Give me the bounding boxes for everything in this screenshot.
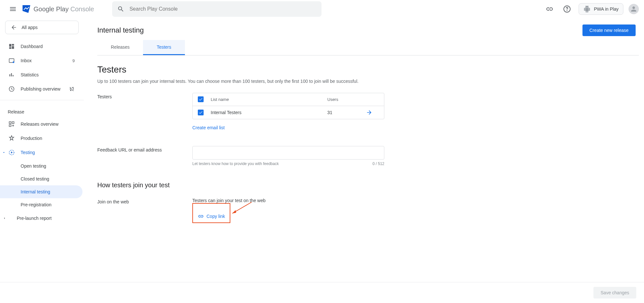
sync-disabled-icon: [69, 86, 75, 92]
feedback-row: Feedback URL or email address Let tester…: [97, 146, 639, 166]
nav-publishing-overview[interactable]: Publishing overview: [0, 82, 82, 96]
tab-testers[interactable]: Testers: [143, 40, 185, 55]
nav-closed-testing[interactable]: Closed testing: [0, 172, 82, 185]
nav-pre-launch-report[interactable]: Pre-launch report: [0, 211, 82, 225]
inbox-icon: [8, 57, 15, 64]
svg-point-4: [13, 62, 14, 63]
nav-open-testing[interactable]: Open testing: [0, 160, 82, 172]
col-check-header[interactable]: [198, 96, 211, 103]
nav-label: Pre-registration: [21, 202, 52, 207]
nav-internal-testing[interactable]: Internal testing: [0, 185, 82, 198]
arrow-right-icon: [366, 109, 372, 116]
brand[interactable]: Google Play Console: [22, 5, 94, 14]
header-actions: PWA in Play: [543, 3, 639, 15]
nav-testing[interactable]: Testing: [0, 145, 82, 160]
sidebar: All apps Dashboard Inbox 9 Statistics Pu…: [0, 18, 84, 249]
testers-row: Testers List name Users: [97, 93, 639, 131]
brand-text: Google Play Console: [34, 5, 94, 13]
app-header: Google Play Console PWA in Play: [0, 0, 644, 18]
search-icon: [117, 5, 124, 13]
nav-production[interactable]: Production: [0, 131, 82, 145]
main-content: Internal testing Create new release Rele…: [84, 18, 644, 249]
nav-label: Statistics: [21, 72, 39, 77]
nav-releases-overview[interactable]: Releases overview: [0, 117, 82, 131]
feedback-counter: 0 / 512: [372, 161, 384, 166]
android-icon: [583, 5, 591, 13]
table-row[interactable]: Internal Testers 31: [193, 106, 384, 119]
svg-marker-12: [232, 210, 236, 213]
create-release-button[interactable]: Create new release: [582, 24, 636, 36]
field-helper: Let testers know how to provide you with…: [192, 161, 384, 166]
create-email-list-link[interactable]: Create email list: [192, 125, 225, 130]
row-users: 31: [327, 110, 366, 115]
svg-point-2: [567, 11, 567, 11]
testers-title: Testers: [97, 64, 639, 75]
feedback-label: Feedback URL or email address: [97, 146, 192, 152]
row-checkbox[interactable]: [198, 110, 211, 116]
person-icon: [630, 5, 638, 13]
caret-right-icon: [3, 214, 6, 222]
join-row: Join on the web Testers can join your te…: [97, 198, 639, 223]
play-logo-icon: [22, 5, 31, 14]
feedback-input[interactable]: [192, 146, 384, 160]
section-release: Release: [0, 104, 84, 117]
arrow-left-icon: [11, 24, 17, 31]
nav-statistics[interactable]: Statistics: [0, 68, 82, 82]
copy-link-button[interactable]: Copy link: [193, 210, 230, 222]
feedback-helper-text: Let testers know how to provide you with…: [192, 161, 279, 166]
link-button[interactable]: [543, 3, 555, 15]
svg-rect-6: [9, 122, 11, 124]
checkbox-icon: [198, 110, 204, 115]
search-container[interactable]: [112, 1, 322, 17]
svg-rect-8: [9, 125, 11, 127]
testers-desc: Up to 100 testers can join your internal…: [97, 79, 639, 84]
row-arrow[interactable]: [366, 109, 379, 116]
app-selector[interactable]: PWA in Play: [579, 3, 623, 15]
nav-label: Publishing overview: [21, 86, 61, 92]
nav-label: Testing: [21, 150, 35, 155]
join-label: Join on the web: [97, 198, 192, 204]
search-input[interactable]: [130, 6, 316, 12]
page-header: Internal testing Create new release: [97, 18, 639, 40]
link-icon: [197, 213, 203, 219]
hamburger-icon: [9, 5, 17, 13]
help-button[interactable]: [561, 3, 573, 15]
nav-inbox[interactable]: Inbox 9: [0, 54, 82, 68]
copy-link-label: Copy link: [207, 214, 225, 219]
user-avatar[interactable]: [629, 4, 639, 14]
page-title: Internal testing: [97, 26, 144, 34]
nav-pre-registration[interactable]: Pre-registration: [0, 198, 82, 211]
checkbox-icon: [198, 96, 204, 102]
nav-label: Dashboard: [21, 44, 43, 49]
statistics-icon: [8, 71, 15, 79]
testing-icon: [8, 149, 15, 156]
tab-releases[interactable]: Releases: [97, 40, 143, 55]
highlight-annotation: Copy link: [192, 203, 230, 223]
nav-label: Closed testing: [21, 176, 49, 181]
menu-button[interactable]: [5, 1, 21, 17]
help-icon: [563, 5, 571, 13]
testers-label: Testers: [97, 93, 192, 99]
caret-down-icon: [2, 151, 6, 154]
col-users-header: Users: [327, 97, 366, 102]
row-name: Internal Testers: [211, 110, 327, 115]
link-icon: [545, 5, 553, 13]
production-icon: [8, 134, 15, 142]
inbox-count: 9: [72, 58, 75, 63]
join-title: How testers join your test: [97, 181, 639, 189]
all-apps-button[interactable]: All apps: [5, 21, 79, 34]
svg-marker-0: [23, 5, 30, 13]
nav-label: Pre-launch report: [17, 216, 52, 221]
nav-dashboard[interactable]: Dashboard: [0, 39, 82, 54]
app-selector-label: PWA in Play: [594, 6, 619, 12]
nav-label: Open testing: [21, 163, 46, 169]
dashboard-icon: [8, 43, 15, 50]
svg-marker-10: [11, 152, 13, 154]
tabs: Releases Testers: [97, 40, 639, 55]
publishing-icon: [8, 85, 15, 93]
svg-line-11: [232, 202, 252, 213]
all-apps-label: All apps: [22, 25, 38, 30]
table-header: List name Users: [193, 93, 384, 106]
nav-label: Internal testing: [21, 189, 50, 194]
nav-label: Inbox: [21, 58, 32, 63]
